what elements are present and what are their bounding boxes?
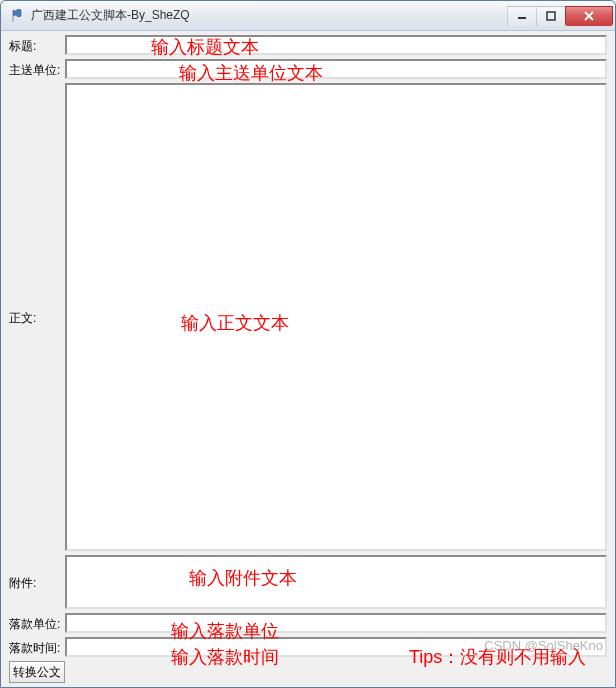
- addressee-input[interactable]: [65, 59, 607, 79]
- body-label: 正文:: [9, 83, 63, 551]
- app-icon: [9, 8, 25, 24]
- title-input[interactable]: [65, 35, 607, 55]
- window-controls: [508, 6, 613, 26]
- body-row: 正文:: [9, 83, 607, 551]
- attachment-row: 附件:: [9, 555, 607, 609]
- title-label: 标题:: [9, 35, 63, 55]
- convert-button[interactable]: 转换公文: [9, 661, 65, 683]
- content-area: 标题: 主送单位: 正文: 附件: 落款单位: 落款时间: 转换公文 输入标题文…: [1, 31, 615, 687]
- sign-unit-input[interactable]: [65, 613, 607, 633]
- title-row: 标题:: [9, 35, 607, 55]
- attachment-label: 附件:: [9, 555, 63, 609]
- attachment-textarea[interactable]: [65, 555, 607, 609]
- addressee-row: 主送单位:: [9, 59, 607, 79]
- addressee-label: 主送单位:: [9, 59, 63, 79]
- button-row: 转换公文: [9, 661, 607, 683]
- window-title: 广西建工公文脚本-By_SheZQ: [31, 7, 508, 24]
- sign-time-input[interactable]: [65, 637, 607, 657]
- close-button[interactable]: [565, 6, 613, 26]
- maximize-button[interactable]: [536, 6, 566, 26]
- sign-unit-row: 落款单位:: [9, 613, 607, 633]
- body-textarea[interactable]: [65, 83, 607, 551]
- sign-time-label: 落款时间:: [9, 637, 63, 657]
- app-window: 广西建工公文脚本-By_SheZQ 标题: 主送单位: 正文:: [0, 0, 616, 688]
- svg-rect-1: [547, 12, 555, 20]
- sign-unit-label: 落款单位:: [9, 613, 63, 633]
- minimize-button[interactable]: [507, 6, 537, 26]
- titlebar[interactable]: 广西建工公文脚本-By_SheZQ: [1, 1, 615, 31]
- sign-time-row: 落款时间:: [9, 637, 607, 657]
